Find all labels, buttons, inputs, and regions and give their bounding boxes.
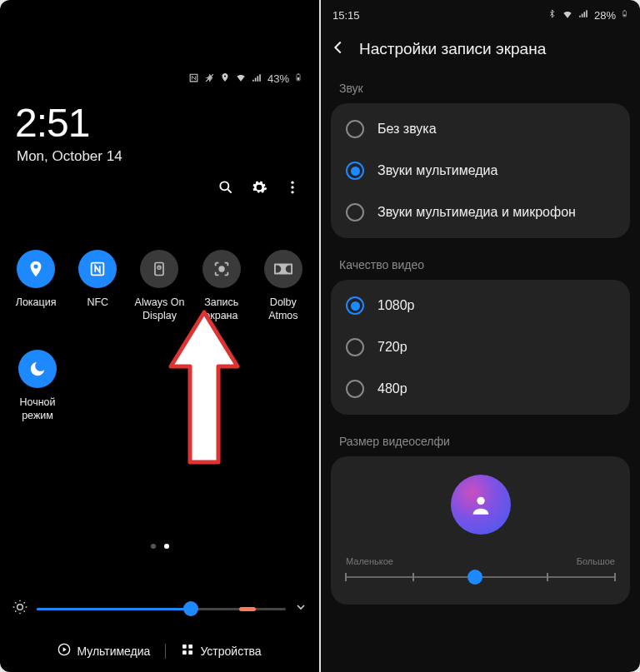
- quick-tiles-row-2: Ночной режим: [0, 350, 75, 422]
- tile-dolby[interactable]: Dolby Atmos: [254, 250, 312, 322]
- dolby-icon: [264, 250, 302, 288]
- svg-rect-21: [189, 650, 193, 655]
- page-indicator: [151, 544, 169, 549]
- slider-tick: [547, 573, 548, 581]
- brightness-auto-marker: [239, 607, 256, 611]
- quick-settings-panel: 43% 2:51 Mon, October 14 Локация NFC: [0, 0, 321, 672]
- quality-options: 1080p 720p 480p: [331, 280, 630, 415]
- tile-label: Always On Display: [130, 296, 188, 322]
- svg-rect-2: [298, 77, 300, 80]
- tile-aod[interactable]: Always On Display: [130, 250, 188, 322]
- svg-rect-23: [623, 15, 625, 17]
- radio-icon: [346, 120, 364, 138]
- tile-night-mode[interactable]: Ночной режим: [8, 350, 67, 422]
- svg-rect-18: [182, 645, 187, 649]
- tile-label: Локация: [16, 296, 57, 310]
- moon-icon: [18, 350, 57, 388]
- radio-icon: [346, 162, 364, 180]
- bluetooth-icon: [548, 8, 557, 22]
- radio-label: Без звука: [378, 122, 437, 137]
- battery-icon: [294, 72, 302, 86]
- radio-label: 1080p: [378, 298, 415, 313]
- screen-record-icon: [202, 250, 241, 288]
- signal-icon: [252, 72, 262, 86]
- svg-line-5: [228, 190, 232, 193]
- svg-rect-19: [189, 645, 193, 649]
- slider-labels: Маленькое Большое: [346, 556, 615, 566]
- page-dot: [151, 544, 156, 549]
- status-bar: 43%: [188, 72, 302, 86]
- tile-label: Ночной режим: [8, 396, 67, 422]
- svg-point-16: [18, 605, 23, 610]
- section-label-selfie: Размер видеоселфи: [321, 430, 640, 453]
- tile-label: Запись экрана: [192, 296, 251, 322]
- slider-thumb[interactable]: [468, 570, 482, 585]
- tile-location[interactable]: Локация: [7, 250, 65, 322]
- tab-multimedia[interactable]: Мультимедиа: [58, 643, 150, 659]
- battery-icon: [621, 8, 628, 22]
- svg-point-25: [477, 497, 484, 505]
- radio-media-sounds[interactable]: Звуки мультимедиа: [331, 150, 630, 192]
- chevron-down-icon[interactable]: [294, 600, 308, 617]
- quick-tiles-row-1: Локация NFC Always On Display Запись экр…: [0, 250, 319, 322]
- radio-label: 720p: [378, 340, 408, 355]
- tile-label: Dolby Atmos: [254, 296, 312, 322]
- slider-tick: [345, 573, 347, 581]
- location-icon: [17, 250, 55, 288]
- selfie-size-card: Маленькое Большое: [331, 456, 630, 605]
- play-icon: [58, 643, 71, 659]
- app-bar: Настройки записи экрана: [321, 25, 640, 77]
- radio-icon: [346, 338, 364, 356]
- svg-point-8: [291, 191, 293, 193]
- selfie-size-slider[interactable]: [346, 571, 615, 583]
- location-icon: [220, 72, 230, 85]
- annotation-arrow: [158, 308, 250, 466]
- radio-label: 480p: [378, 381, 408, 396]
- radio-icon: [346, 203, 364, 222]
- slider-max-label: Большое: [577, 556, 615, 566]
- tab-label: Устройства: [200, 645, 261, 658]
- brightness-track[interactable]: [37, 608, 286, 610]
- more-icon[interactable]: [284, 179, 301, 199]
- page-dot-active: [164, 544, 169, 549]
- svg-line-13: [159, 267, 160, 268]
- radio-media-and-mic[interactable]: Звуки мультимедиа и микрофон: [331, 192, 630, 233]
- svg-rect-3: [298, 73, 299, 74]
- tab-label: Мультимедиа: [77, 645, 150, 658]
- battery-percent: 28%: [594, 9, 616, 22]
- page-title: Настройки записи экрана: [359, 40, 546, 58]
- selfie-preview: [451, 475, 511, 535]
- sound-options: Без звука Звуки мультимедиа Звуки мульти…: [331, 103, 630, 238]
- tab-devices[interactable]: Устройства: [181, 643, 261, 659]
- radio-1080p[interactable]: 1080p: [331, 285, 630, 326]
- mute-icon: [204, 72, 215, 86]
- radio-label: Звуки мультимедиа и микрофон: [378, 205, 576, 220]
- slider-min-label: Маленькое: [346, 556, 393, 566]
- brightness-icon: [12, 599, 28, 619]
- brightness-thumb[interactable]: [183, 601, 198, 616]
- section-label-quality: Качество видео: [321, 253, 640, 276]
- brightness-fill: [37, 608, 191, 610]
- slider-tick: [614, 573, 616, 581]
- separator: [165, 644, 166, 659]
- svg-point-14: [219, 266, 224, 271]
- svg-point-7: [291, 186, 293, 188]
- tile-screen-record[interactable]: Запись экрана: [192, 250, 251, 322]
- slider-tick: [412, 573, 414, 581]
- nfc-icon: [78, 250, 117, 288]
- radio-no-sound[interactable]: Без звука: [331, 108, 630, 150]
- status-bar: 15:15 28%: [321, 0, 640, 25]
- svg-point-6: [291, 182, 293, 184]
- signal-icon: [578, 8, 589, 22]
- search-icon[interactable]: [218, 179, 234, 199]
- aod-icon: [140, 250, 178, 288]
- tile-label: NFC: [87, 296, 108, 310]
- tile-nfc[interactable]: NFC: [68, 250, 127, 322]
- clock-time: 2:51: [15, 100, 89, 146]
- radio-720p[interactable]: 720p: [331, 326, 630, 368]
- section-label-sound: Звук: [321, 77, 640, 100]
- gear-icon[interactable]: [251, 179, 268, 199]
- radio-480p[interactable]: 480p: [331, 368, 630, 410]
- back-icon[interactable]: [329, 38, 348, 60]
- brightness-slider[interactable]: [12, 599, 308, 619]
